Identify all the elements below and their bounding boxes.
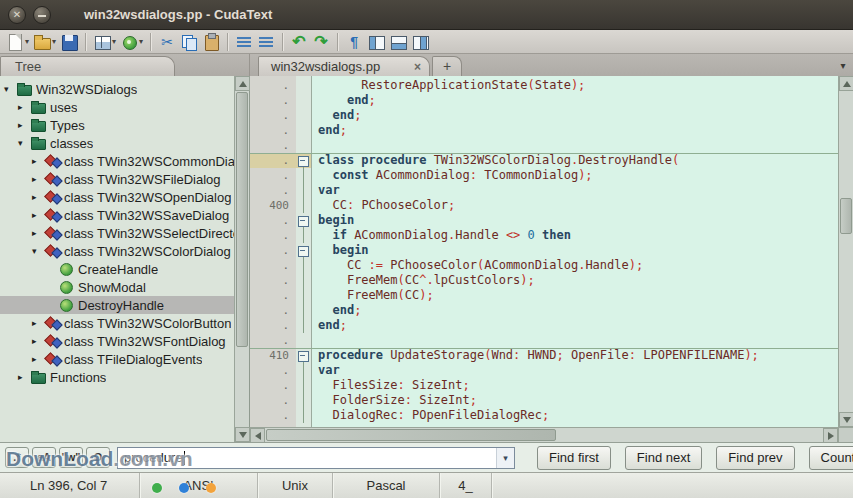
paste-button[interactable] xyxy=(200,31,222,53)
scroll-down-icon[interactable] xyxy=(839,412,853,427)
tab-tree[interactable]: Tree xyxy=(0,56,175,76)
tree-item[interactable]: ShowModal xyxy=(0,278,234,296)
scrollbar-thumb[interactable] xyxy=(236,92,248,347)
code-line[interactable]: . end; xyxy=(250,108,838,123)
tree-item-selected[interactable]: DestroyHandle xyxy=(0,296,234,314)
tab-close-icon[interactable]: × xyxy=(412,60,423,74)
regex-toggle[interactable]: .* xyxy=(5,447,29,468)
status-encoding[interactable]: ANSI xyxy=(140,473,258,498)
new-file-button[interactable]: ▾ xyxy=(4,31,31,53)
status-tab-size[interactable]: 4_ xyxy=(440,473,492,498)
cut-button[interactable]: ✂ xyxy=(156,31,178,53)
code-line[interactable]: . RestoreApplicationState(State); xyxy=(250,78,838,93)
tree-item[interactable]: ▸class TWin32WSSelectDirectoryDialog xyxy=(0,224,234,242)
scrollbar-thumb[interactable] xyxy=(840,198,852,234)
minimize-button[interactable] xyxy=(33,6,51,24)
tree-item[interactable]: ▾classes xyxy=(0,134,234,152)
code-line[interactable]: . begin xyxy=(250,243,838,258)
tree-item[interactable]: ▸Types xyxy=(0,116,234,134)
dropdown-arrow-icon[interactable]: ▾ xyxy=(139,37,143,46)
save-file-button[interactable] xyxy=(58,31,80,53)
unindent-button[interactable] xyxy=(233,31,255,53)
chevron-right-icon[interactable]: ▸ xyxy=(32,318,45,328)
new-tab-button[interactable]: + xyxy=(432,56,462,76)
code-line[interactable]: .class procedure TWin32WSColorDialog.Des… xyxy=(250,153,838,168)
editor-vertical-scrollbar[interactable] xyxy=(838,76,853,427)
chevron-right-icon[interactable]: ▸ xyxy=(18,120,31,130)
editor-horizontal-scrollbar[interactable] xyxy=(250,427,838,442)
panel-left-button[interactable] xyxy=(365,31,387,53)
tree-item[interactable]: ▸class TFileDialogEvents xyxy=(0,350,234,368)
search-input[interactable]: procedure ▾ xyxy=(117,447,515,469)
chevron-right-icon[interactable]: ▸ xyxy=(32,210,45,220)
panel-right-button[interactable] xyxy=(409,31,431,53)
scroll-up-icon[interactable] xyxy=(235,76,250,91)
code-line[interactable]: .var xyxy=(250,183,838,198)
code-line[interactable]: 410procedure UpdateStorage(Wnd: HWND; Op… xyxy=(250,348,838,363)
tree-item[interactable]: ▸Functions xyxy=(0,368,234,386)
code-line[interactable]: .begin xyxy=(250,213,838,228)
code-line[interactable]: . xyxy=(250,138,838,153)
case-toggle[interactable]: aA xyxy=(32,447,56,468)
show-invisibles-button[interactable]: ¶ xyxy=(343,31,365,53)
tree-item[interactable]: ▸class TWin32WSSaveDialog xyxy=(0,206,234,224)
fold-marker-icon[interactable] xyxy=(296,213,312,228)
find-prev-button[interactable]: Find prev xyxy=(716,446,794,470)
scroll-left-icon[interactable] xyxy=(250,428,265,443)
status-lexer[interactable]: Pascal xyxy=(333,473,440,498)
chevron-right-icon[interactable]: ▸ xyxy=(32,192,45,202)
tree-item[interactable]: ▸class TWin32WSOpenDialog xyxy=(0,188,234,206)
tree-item[interactable]: ▸class TWin32WSFileDialog xyxy=(0,170,234,188)
wrap-toggle[interactable]: O xyxy=(86,447,110,468)
code-line[interactable]: . CC := PChooseColor(ACommonDialog.Handl… xyxy=(250,258,838,273)
open-file-button[interactable]: ▾ xyxy=(31,31,58,53)
dropdown-arrow-icon[interactable]: ▾ xyxy=(52,37,56,46)
chevron-down-icon[interactable]: ▾ xyxy=(4,84,17,94)
tab-list-menu-icon[interactable]: ▾ xyxy=(833,60,853,71)
chevron-right-icon[interactable]: ▸ xyxy=(32,336,45,346)
chevron-right-icon[interactable]: ▸ xyxy=(18,102,31,112)
tree-item[interactable]: ▾class TWin32WSColorDialog xyxy=(0,242,234,260)
code-line[interactable]: .end; xyxy=(250,123,838,138)
whole-word-toggle[interactable]: "w" xyxy=(59,447,83,468)
chevron-right-icon[interactable]: ▸ xyxy=(32,354,45,364)
tree-scrollbar[interactable] xyxy=(234,76,249,442)
fold-marker-icon[interactable] xyxy=(296,348,312,363)
chevron-right-icon[interactable]: ▸ xyxy=(32,174,45,184)
scrollbar-thumb[interactable] xyxy=(266,429,556,441)
code-line[interactable]: . FreeMem(CC); xyxy=(250,288,838,303)
scroll-right-icon[interactable] xyxy=(823,428,838,443)
chevron-right-icon[interactable]: ▸ xyxy=(18,372,31,382)
tree-item[interactable]: CreateHandle xyxy=(0,260,234,278)
code-line[interactable]: . if ACommonDialog.Handle <> 0 then xyxy=(250,228,838,243)
status-line-ends[interactable]: Unix xyxy=(258,473,333,498)
code-line[interactable]: . FilesSize: SizeInt; xyxy=(250,378,838,393)
chevron-down-icon[interactable]: ▾ xyxy=(18,138,31,148)
editor-layout-button[interactable]: ▾ xyxy=(91,31,118,53)
code-view[interactable]: . RestoreApplicationState(State);. end;.… xyxy=(250,76,838,427)
tree-item[interactable]: ▾Win32WSDialogs xyxy=(0,80,234,98)
code-line[interactable]: . DialogRec: POpenFileDialogRec; xyxy=(250,408,838,423)
copy-button[interactable] xyxy=(178,31,200,53)
search-history-dropdown-icon[interactable]: ▾ xyxy=(496,448,514,468)
code-line[interactable]: .var xyxy=(250,363,838,378)
tree-item[interactable]: ▸uses xyxy=(0,98,234,116)
code-line[interactable]: . xyxy=(250,333,838,348)
code-line[interactable]: 400 CC: PChooseColor; xyxy=(250,198,838,213)
redo-button[interactable]: ↷ xyxy=(310,31,332,53)
find-first-button[interactable]: Find first xyxy=(537,446,611,470)
chevron-right-icon[interactable]: ▸ xyxy=(32,156,45,166)
close-button[interactable] xyxy=(8,6,26,24)
scroll-up-icon[interactable] xyxy=(839,76,853,91)
fold-marker-icon[interactable] xyxy=(296,243,312,258)
chevron-right-icon[interactable]: ▸ xyxy=(32,228,45,238)
tools-button[interactable]: ▾ xyxy=(118,31,145,53)
code-line[interactable]: . const ACommonDialog: TCommonDialog); xyxy=(250,168,838,183)
dropdown-arrow-icon[interactable]: ▾ xyxy=(112,37,116,46)
count-all-button[interactable]: Count all xyxy=(809,446,853,470)
tree-item[interactable]: ▸class TWin32WSCommonDialog xyxy=(0,152,234,170)
tab-editor-active[interactable]: win32wsdialogs.pp × xyxy=(258,56,430,76)
code-line[interactable]: . end; xyxy=(250,303,838,318)
indent-button[interactable] xyxy=(255,31,277,53)
scroll-down-icon[interactable] xyxy=(235,427,250,442)
